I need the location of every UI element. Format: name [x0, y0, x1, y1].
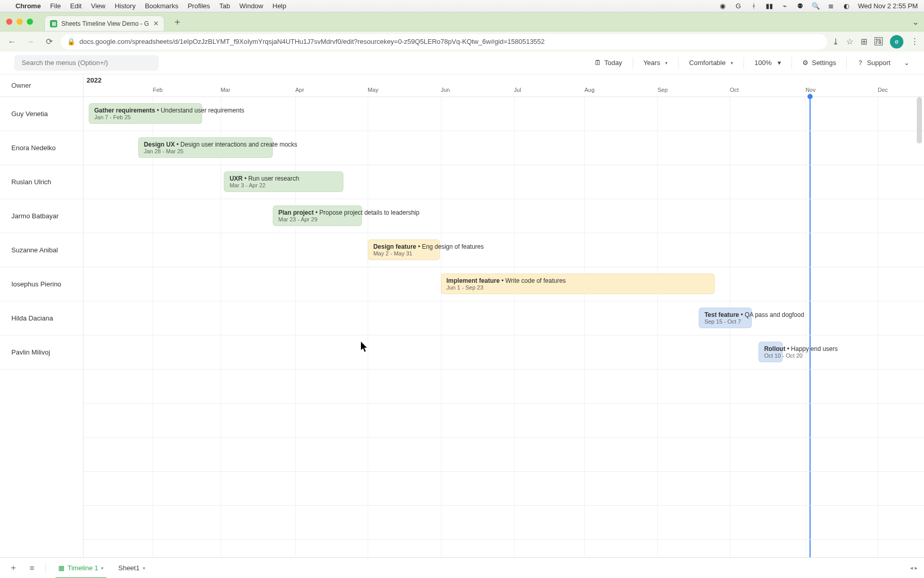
window-minimize-button[interactable] [16, 19, 23, 25]
owner-row-label[interactable]: Jarmo Batbayar [0, 199, 83, 233]
task-card[interactable]: Plan project • Propose project details t… [273, 205, 362, 226]
mac-menu-edit[interactable]: Edit [70, 2, 81, 10]
toolbar-separator [678, 57, 679, 69]
task-title: Design feature • Eng design of features [373, 243, 434, 250]
task-card[interactable]: Test feature • QA pass and dogfoodSep 15… [699, 308, 752, 328]
mac-menu-file[interactable]: File [50, 2, 61, 10]
today-button[interactable]: 🗓 Today [589, 56, 628, 69]
sheet-tab[interactable]: ▦Timeline 1▾ [52, 560, 110, 576]
chevron-down-icon: ▾ [778, 59, 781, 67]
add-sheet-button[interactable]: ＋ [6, 561, 21, 575]
extensions-puzzle-icon[interactable]: ⊞ [861, 37, 867, 46]
timeline-row: Gather requirements • Understand user re… [84, 97, 924, 131]
timeline-row: Test feature • QA pass and dogfoodSep 15… [84, 301, 924, 335]
status-siri-icon[interactable]: ◐ [843, 2, 851, 10]
tabstrip-overflow-icon[interactable]: ⌄ [912, 17, 919, 27]
sheet-tab-menu-icon[interactable]: ▾ [143, 566, 145, 571]
task-card[interactable]: Gather requirements • Understand user re… [89, 103, 202, 124]
new-tab-button[interactable]: ＋ [171, 15, 184, 28]
reload-button[interactable]: ⟳ [42, 35, 56, 49]
status-wifi-icon[interactable]: ⚉ [796, 2, 804, 10]
menu-search-input[interactable]: Search the menus (Option+/) [14, 55, 159, 71]
task-title: Design UX • Design user interactions and… [144, 141, 267, 148]
window-zoom-button[interactable] [27, 19, 33, 25]
install-icon[interactable]: ⤓ [832, 37, 839, 46]
mac-app-name[interactable]: Chrome [15, 2, 41, 10]
task-title: UXR • Run user research [229, 175, 337, 182]
timeline-row: Design feature • Eng design of featuresM… [84, 233, 924, 267]
chrome-window: ▦ Sheets Timeline View Demo - G ✕ ＋ ⌄ ← … [0, 12, 924, 52]
status-toggle-icon[interactable]: ⌁ [781, 2, 789, 10]
status-spotlight-icon[interactable]: 🔍 [812, 2, 820, 10]
month-label: Apr [295, 87, 304, 93]
sheet-tab-scroll[interactable]: ◂ ▸ [910, 565, 918, 571]
task-title: Implement feature • Write code of featur… [447, 277, 709, 284]
mac-menu-history[interactable]: History [114, 2, 135, 10]
range-dropdown[interactable]: Years [638, 56, 673, 69]
task-card[interactable]: Design feature • Eng design of featuresM… [368, 239, 440, 260]
owner-row-label[interactable]: Suzanne Anibal [0, 233, 83, 267]
owner-row-label[interactable]: Iosephus Pierino [0, 267, 83, 301]
range-label: Years [644, 59, 661, 67]
zoom-display[interactable]: 100% ▾ [749, 56, 786, 69]
settings-button[interactable]: ⚙ Settings [797, 56, 841, 69]
timeline-row-empty [84, 438, 924, 472]
group-by-header[interactable]: Owner [0, 74, 84, 97]
translate-icon[interactable]: 🈯︎ [874, 37, 883, 46]
tab-close-icon[interactable]: ✕ [153, 20, 159, 27]
group-by-label: Owner [11, 82, 31, 89]
owner-row-label[interactable]: Hilda Daciana [0, 301, 83, 335]
mac-menu-bookmarks[interactable]: Bookmarks [145, 2, 178, 10]
timeline-row: UXR • Run user researchMar 3 - Apr 22 [84, 165, 924, 199]
calendar-icon: 🗓 [595, 59, 601, 67]
status-eye-icon[interactable]: ◉ [719, 2, 727, 10]
back-button[interactable]: ← [5, 35, 19, 49]
timeline-row: Plan project • Propose project details t… [84, 199, 924, 233]
toolbar-separator [633, 57, 633, 69]
status-battery-icon[interactable]: ▮▮ [765, 2, 773, 10]
browser-tab[interactable]: ▦ Sheets Timeline View Demo - G ✕ [44, 15, 164, 31]
task-title: Test feature • QA pass and dogfood [704, 311, 746, 318]
task-dates: Mar 3 - Apr 22 [229, 182, 337, 188]
support-button[interactable]: ？ Support [852, 56, 896, 70]
month-label: Jun [441, 87, 450, 93]
task-card[interactable]: Rollout • Happy end usersOct 10 - Oct 20 [758, 342, 783, 362]
status-bluetooth-icon[interactable]: ᚼ [750, 2, 758, 10]
sheet-tab[interactable]: Sheet1▾ [112, 560, 151, 576]
mac-menu-profiles[interactable]: Profiles [188, 2, 210, 10]
task-card[interactable]: Implement feature • Write code of featur… [441, 274, 715, 294]
avatar-initial: e [895, 38, 898, 45]
month-label: Nov [805, 87, 816, 93]
owner-row-label[interactable]: Guy Venetia [0, 97, 83, 131]
forward-button[interactable]: → [24, 35, 37, 49]
sheet-tab-menu-icon[interactable]: ▾ [101, 566, 104, 571]
mac-menu-view[interactable]: View [91, 2, 105, 10]
mac-menu-tab[interactable]: Tab [219, 2, 230, 10]
chrome-profile-avatar[interactable]: e [890, 35, 903, 49]
vertical-scrollbar[interactable] [916, 97, 923, 559]
owner-row-label[interactable]: Pavlin Milivoj [0, 335, 83, 370]
settings-label: Settings [812, 59, 836, 67]
mac-menu-help[interactable]: Help [273, 2, 287, 10]
chrome-menu-icon[interactable]: ⋮ [911, 37, 919, 46]
help-icon: ？ [857, 58, 864, 68]
timeline-chart-area[interactable]: Gather requirements • Understand user re… [84, 97, 924, 559]
timeline-date-header[interactable]: 2022 FebMarAprMayJunJulAugSepOctNovDec [84, 74, 924, 97]
bookmark-star-icon[interactable]: ☆ [846, 37, 853, 46]
window-close-button[interactable] [6, 19, 12, 25]
mac-menu-window[interactable]: Window [239, 2, 263, 10]
status-control-center-icon[interactable]: ≣ [827, 2, 835, 10]
expand-toolbar-icon[interactable]: ⌄ [899, 56, 915, 69]
all-sheets-button[interactable]: ≡ [25, 561, 39, 575]
chrome-omnibox[interactable]: 🔒 docs.google.com/spreadsheets/d/1eIpOzJ… [61, 34, 827, 50]
status-google-icon[interactable]: G [734, 2, 742, 10]
density-dropdown[interactable]: Comfortable [684, 56, 738, 69]
task-card[interactable]: Design UX • Design user interactions and… [138, 137, 273, 158]
owner-row-label[interactable]: Enora Nedelko [0, 131, 83, 165]
chrome-tabstrip: ▦ Sheets Timeline View Demo - G ✕ ＋ ⌄ [0, 12, 924, 31]
owner-row-label[interactable]: Ruslan Ulrich [0, 165, 83, 199]
task-card[interactable]: UXR • Run user researchMar 3 - Apr 22 [224, 171, 343, 192]
mac-clock[interactable]: Wed Nov 2 2:55 PM [858, 2, 918, 10]
scrollbar-thumb[interactable] [917, 97, 922, 143]
timeline-owner-column: Guy VenetiaEnora NedelkoRuslan UlrichJar… [0, 97, 84, 559]
